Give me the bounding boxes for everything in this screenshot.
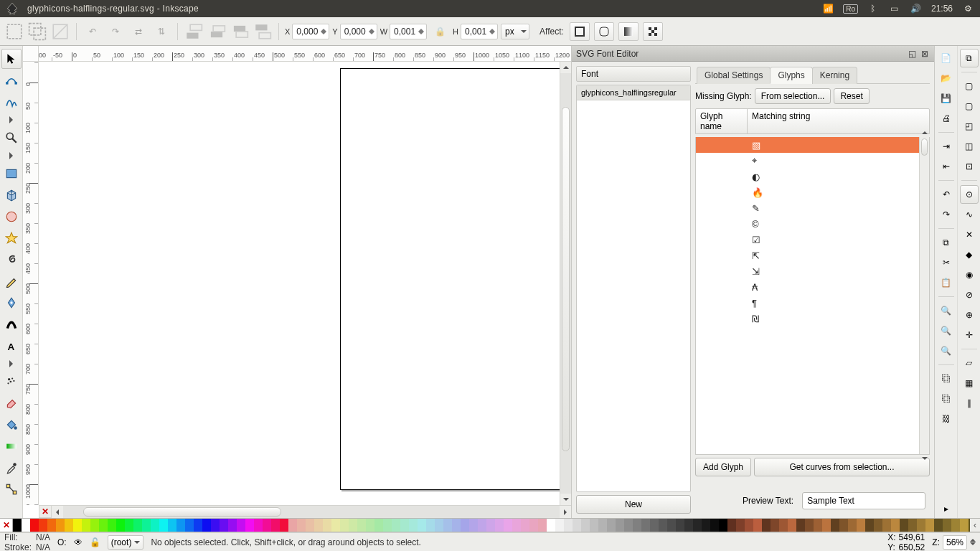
palette-swatch[interactable] xyxy=(865,519,874,532)
affect-corner-icon[interactable] xyxy=(594,22,614,41)
lower-icon[interactable] xyxy=(207,22,227,42)
tab-kerning[interactable]: Kerning xyxy=(812,67,857,84)
palette-swatch[interactable] xyxy=(22,519,30,532)
stroke-value[interactable]: N/A xyxy=(36,542,50,552)
palette-swatch[interactable] xyxy=(374,519,383,532)
palette-swatch[interactable] xyxy=(237,519,245,532)
copy-icon[interactable]: ⧉ xyxy=(937,233,956,252)
pencil-tool[interactable] xyxy=(1,271,22,291)
snap-line-mid-icon[interactable]: ⊘ xyxy=(960,286,979,304)
palette-swatch[interactable] xyxy=(607,519,616,532)
palette-swatch[interactable] xyxy=(839,519,848,532)
snap-guide-icon[interactable]: ∥ xyxy=(960,394,979,413)
duplicate-icon[interactable]: ⿻ xyxy=(937,369,956,388)
palette-swatch[interactable] xyxy=(521,519,529,532)
palette-swatch[interactable] xyxy=(771,519,779,532)
palette-swatch[interactable] xyxy=(357,519,366,532)
glyph-list-scrollbar[interactable] xyxy=(919,137,929,454)
palette-swatch[interactable] xyxy=(857,519,865,532)
clone-icon[interactable]: ⿻ xyxy=(937,390,956,408)
palette-swatch[interactable] xyxy=(297,519,306,532)
palette-swatch[interactable] xyxy=(650,519,659,532)
cut-icon[interactable]: ✂ xyxy=(937,253,956,272)
layer-selector[interactable]: (root) xyxy=(108,535,144,550)
v-scroll-thumb[interactable] xyxy=(562,107,570,452)
palette-swatch[interactable] xyxy=(693,519,702,532)
print-icon[interactable]: 🖨 xyxy=(937,109,956,128)
palette-swatch[interactable] xyxy=(478,519,486,532)
palette-swatch[interactable] xyxy=(159,519,168,532)
palette-swatch[interactable] xyxy=(719,519,727,532)
h-scroll-thumb[interactable] xyxy=(83,507,282,517)
palette-swatch[interactable] xyxy=(56,519,65,532)
palette-swatch[interactable] xyxy=(943,519,951,532)
lock-icon[interactable]: 🔒 xyxy=(430,22,450,42)
fill-value[interactable]: N/A xyxy=(36,532,50,542)
palette-swatch[interactable] xyxy=(659,519,667,532)
paintbucket-tool[interactable] xyxy=(1,415,22,435)
glyph-row[interactable]: ⇲ xyxy=(696,263,919,279)
layer-visibility-icon[interactable]: 👁 xyxy=(74,537,83,547)
palette-swatch[interactable] xyxy=(727,519,736,532)
palette-swatch[interactable] xyxy=(418,519,426,532)
palette-swatch[interactable] xyxy=(90,519,99,532)
zoom-input[interactable]: 56% xyxy=(943,535,967,550)
zoom-fit-drawing-icon[interactable]: 🔍 xyxy=(937,321,956,340)
palette-swatch[interactable] xyxy=(263,519,271,532)
connector-tool[interactable] xyxy=(1,479,22,499)
palette-swatch[interactable] xyxy=(288,519,297,532)
get-curves-button[interactable]: Get curves from selection... xyxy=(754,458,930,476)
vertical-scrollbar[interactable] xyxy=(560,62,571,505)
toolbox-expand-3[interactable] xyxy=(9,360,13,367)
palette-swatch[interactable] xyxy=(960,519,969,532)
tab-glyphs[interactable]: Glyphs xyxy=(770,67,812,84)
palette-swatch[interactable] xyxy=(323,519,331,532)
eraser-tool[interactable] xyxy=(1,393,22,413)
snap-path-icon[interactable]: ∿ xyxy=(960,205,979,224)
palette-swatch[interactable] xyxy=(555,519,564,532)
palette-swatch[interactable] xyxy=(331,519,340,532)
affect-stroke-icon[interactable] xyxy=(570,22,590,41)
y-input[interactable]: 0,000 xyxy=(340,24,377,39)
palette-swatch[interactable] xyxy=(99,519,108,532)
palette-swatch[interactable] xyxy=(641,519,650,532)
ellipse-tool[interactable] xyxy=(1,207,22,227)
zoom-fit-page-icon[interactable]: 🔍 xyxy=(937,342,956,360)
palette-swatch[interactable] xyxy=(814,519,822,532)
star-tool[interactable] xyxy=(1,228,22,248)
palette-swatch[interactable] xyxy=(271,519,280,532)
keyboard-indicator[interactable]: Ro xyxy=(843,4,858,14)
palette-swatch[interactable] xyxy=(366,519,374,532)
glyph-row[interactable]: ✎ xyxy=(696,200,919,216)
palette-swatch[interactable] xyxy=(176,519,185,532)
redo-icon[interactable]: ↷ xyxy=(937,205,956,224)
zoom-tool[interactable] xyxy=(1,128,22,148)
palette-swatch[interactable] xyxy=(702,519,710,532)
snap-grid-icon[interactable]: ▦ xyxy=(960,374,979,392)
3dbox-tool[interactable] xyxy=(1,185,22,205)
rectangle-tool[interactable] xyxy=(1,164,22,184)
snap-smooth-icon[interactable]: ◉ xyxy=(960,265,979,284)
glyph-row[interactable]: ₪ xyxy=(696,311,919,326)
palette-swatch[interactable] xyxy=(65,519,73,532)
glyph-row[interactable]: © xyxy=(696,216,919,232)
tweak-tool[interactable] xyxy=(1,92,22,112)
palette-swatch[interactable] xyxy=(882,519,891,532)
save-document-icon[interactable]: 💾 xyxy=(937,89,956,108)
palette-none-swatch[interactable]: ✕ xyxy=(0,519,13,532)
lower-bottom-icon[interactable] xyxy=(184,22,204,42)
color-palette[interactable]: ✕ ‹ xyxy=(0,518,980,532)
palette-swatch[interactable] xyxy=(891,519,900,532)
palette-swatch[interactable] xyxy=(796,519,805,532)
spiral-tool[interactable] xyxy=(1,250,22,270)
palette-swatch[interactable] xyxy=(314,519,323,532)
quick-color-none[interactable]: ✕ xyxy=(39,505,52,518)
palette-swatch[interactable] xyxy=(762,519,771,532)
glyph-row[interactable]: ◐ xyxy=(696,169,919,184)
glyph-row[interactable]: ☑ xyxy=(696,232,919,248)
palette-swatch[interactable] xyxy=(538,519,547,532)
palette-swatch[interactable] xyxy=(925,519,934,532)
snap-enable-icon[interactable]: ⧉ xyxy=(960,49,979,67)
raise-icon[interactable] xyxy=(230,22,250,42)
layer-lock-icon[interactable]: 🔓 xyxy=(90,537,100,547)
